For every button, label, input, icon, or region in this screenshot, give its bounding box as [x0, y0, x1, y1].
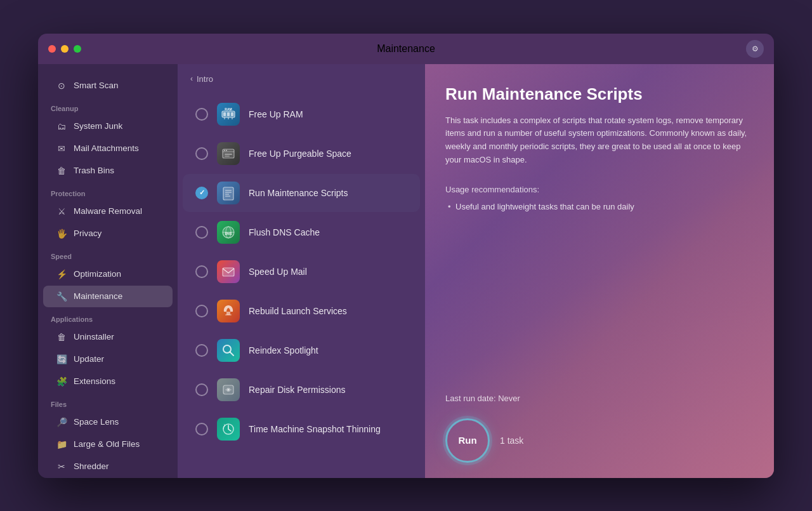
task-radio-free-up-ram[interactable]	[195, 108, 208, 121]
task-item-reindex-spotlight[interactable]: Reindex Spotlight	[183, 331, 420, 369]
sidebar-section-speed: Speed	[38, 245, 178, 263]
svg-rect-25	[225, 314, 232, 315]
svg-rect-2	[227, 112, 230, 116]
task-item-free-up-ram[interactable]: RAM Free Up RAM	[183, 95, 420, 133]
sidebar-item-system-junk[interactable]: 🗂 System Junk	[43, 116, 173, 137]
svg-rect-12	[225, 154, 232, 155]
sidebar-item-uninstaller[interactable]: 🗑 Uninstaller	[43, 326, 173, 348]
task-icon-time-machine	[217, 418, 240, 441]
sidebar-item-malware-removal[interactable]: ⚔ Malware Removal	[43, 201, 173, 222]
sidebar-item-smart-scan[interactable]: ⊙ Smart Scan	[43, 75, 173, 96]
sidebar-item-large-old-files[interactable]: 📁 Large & Old Files	[43, 434, 173, 455]
task-label-rebuild-launch-services: Rebuild Launch Services	[249, 306, 347, 316]
center-panel: ‹ Intro RAM	[178, 64, 425, 478]
minimize-button[interactable]	[61, 45, 69, 53]
task-radio-time-machine[interactable]	[195, 423, 208, 435]
task-item-rebuild-launch-services[interactable]: Rebuild Launch Services	[183, 292, 420, 330]
sidebar-section-cleanup: Cleanup	[38, 97, 178, 115]
sidebar-item-optimization[interactable]: ⚡ Optimization	[43, 263, 173, 285]
task-radio-speed-up-mail[interactable]	[195, 265, 208, 278]
maximize-button[interactable]	[74, 45, 81, 53]
shredder-icon: ✂	[56, 461, 67, 472]
svg-rect-23	[223, 268, 234, 276]
svg-text:RAM: RAM	[225, 107, 232, 111]
sidebar-item-maintenance[interactable]: 🔧 Maintenance	[43, 286, 173, 307]
run-button[interactable]: Run	[445, 418, 490, 463]
settings-button[interactable]: ⚙	[746, 40, 764, 58]
task-radio-flush-dns-cache[interactable]	[195, 226, 208, 239]
task-label-flush-dns-cache: Flush DNS Cache	[249, 227, 320, 237]
detail-title: Run Maintenance Scripts	[445, 84, 754, 104]
mail-attachments-icon: ✉	[56, 143, 67, 154]
trash-bins-icon: 🗑	[56, 165, 67, 176]
sidebar-item-updater[interactable]: 🔄 Updater	[43, 348, 173, 370]
task-radio-rebuild-launch-services[interactable]	[195, 305, 208, 317]
sidebar-item-extensions[interactable]: 🧩 Extensions	[43, 371, 173, 392]
task-label-run-maintenance-scripts: Run Maintenance Scripts	[249, 188, 348, 198]
titlebar-center: Maintenance	[377, 43, 435, 55]
usage-list: Useful and lightweight tasks that can be…	[445, 201, 754, 214]
settings-icon: ⚙	[752, 44, 759, 53]
last-run-value: Never	[498, 394, 520, 403]
task-radio-repair-disk-permissions[interactable]	[195, 383, 208, 396]
detail-panel: Run Maintenance Scripts This task includ…	[425, 64, 774, 478]
sidebar-item-trash-bins[interactable]: 🗑 Trash Bins	[43, 160, 173, 182]
usage-recommendations-label: Usage recommendations:	[445, 185, 754, 194]
svg-rect-1	[223, 112, 226, 116]
task-item-run-maintenance-scripts[interactable]: Run Maintenance Scripts	[183, 174, 420, 212]
sidebar: ⊙ Smart Scan Cleanup 🗂 System Junk ✉ Mai…	[38, 64, 178, 478]
task-item-free-up-purgeable[interactable]: Free Up Purgeable Space	[183, 135, 420, 173]
sidebar-item-mail-attachments[interactable]: ✉ Mail Attachments	[43, 138, 173, 159]
sidebar-item-shredder[interactable]: ✂ Shredder	[43, 456, 173, 477]
last-run-label: Last run date:	[445, 394, 498, 403]
task-icon-reindex-spotlight	[217, 339, 240, 362]
privacy-icon: 🖐	[56, 228, 67, 239]
svg-rect-14	[223, 187, 233, 200]
back-navigation[interactable]: ‹ Intro	[178, 74, 425, 94]
sidebar-system-junk-label: System Junk	[74, 121, 122, 131]
task-radio-run-maintenance-scripts[interactable]	[195, 187, 208, 199]
back-label: Intro	[197, 74, 213, 84]
task-radio-free-up-purgeable[interactable]	[195, 147, 208, 160]
task-icon-speed-up-mail	[217, 260, 240, 283]
svg-point-11	[226, 150, 227, 151]
task-radio-reindex-spotlight[interactable]	[195, 344, 208, 357]
task-label-free-up-ram: Free Up RAM	[249, 109, 303, 119]
task-icon-free-up-ram: RAM	[217, 103, 240, 126]
sidebar-malware-removal-label: Malware Removal	[74, 206, 142, 216]
task-item-time-machine[interactable]: Time Machine Snapshot Thinning	[183, 410, 420, 448]
maintenance-icon: 🔧	[56, 291, 67, 302]
sidebar-optimization-label: Optimization	[74, 269, 121, 279]
sidebar-section-applications: Applications	[38, 308, 178, 326]
run-button-label: Run	[458, 435, 476, 446]
svg-point-10	[224, 150, 225, 151]
task-item-flush-dns-cache[interactable]: DNS Flush DNS Cache	[183, 213, 420, 251]
sidebar-trash-bins-label: Trash Bins	[74, 166, 114, 175]
task-icon-free-up-purgeable	[217, 142, 240, 165]
large-old-files-icon: 📁	[56, 439, 67, 450]
system-junk-icon: 🗂	[56, 121, 67, 132]
main-content: ⊙ Smart Scan Cleanup 🗂 System Junk ✉ Mai…	[38, 64, 774, 478]
task-label-reindex-spotlight: Reindex Spotlight	[249, 345, 318, 355]
task-icon-rebuild-launch-services	[217, 300, 240, 322]
back-chevron-icon: ‹	[190, 74, 193, 83]
task-count-label: 1 task	[500, 435, 523, 446]
sidebar-item-privacy[interactable]: 🖐 Privacy	[43, 223, 173, 244]
svg-text:DNS: DNS	[225, 232, 232, 236]
titlebar-right: ⚙	[746, 40, 764, 58]
uninstaller-icon: 🗑	[56, 331, 67, 343]
sidebar-mail-attachments-label: Mail Attachments	[74, 143, 139, 153]
window-title: Maintenance	[377, 43, 435, 55]
sidebar-item-space-lens[interactable]: 🔎 Space Lens	[43, 411, 173, 433]
run-area: Run 1 task	[445, 418, 754, 463]
sidebar-section-files: Files	[38, 393, 178, 411]
extensions-icon: 🧩	[56, 376, 67, 387]
task-item-repair-disk-permissions[interactable]: Repair Disk Permissions	[183, 371, 420, 409]
task-label-repair-disk-permissions: Repair Disk Permissions	[249, 385, 345, 395]
task-label-free-up-purgeable: Free Up Purgeable Space	[249, 149, 351, 159]
smart-scan-icon: ⊙	[56, 80, 67, 91]
task-item-speed-up-mail[interactable]: Speed Up Mail	[183, 253, 420, 291]
sidebar-uninstaller-label: Uninstaller	[74, 332, 114, 342]
svg-rect-13	[225, 156, 230, 157]
close-button[interactable]	[48, 45, 56, 53]
